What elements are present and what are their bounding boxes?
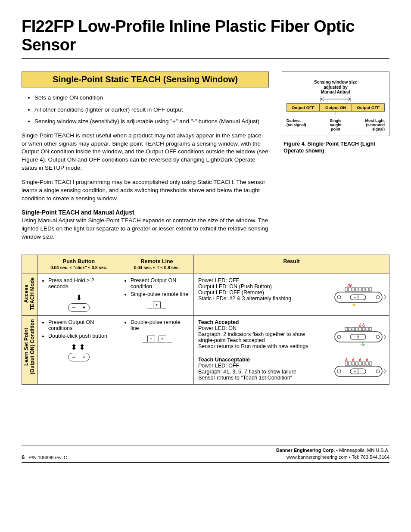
svg-rect-39 [366, 327, 368, 331]
svg-rect-56 [349, 362, 351, 365]
cell-remote-line: Double-pulse remote line [120, 316, 194, 385]
svg-line-22 [351, 284, 352, 285]
svg-rect-33 [345, 327, 348, 331]
svg-rect-62 [369, 362, 372, 365]
row-header-learn-set-point: Learn Set Point (Output ON) Condition [22, 316, 38, 385]
page-footer: 6 P/N 108899 rev. C Banner Engineering C… [22, 445, 389, 463]
figure-label-right: Most Light (saturated signal) [352, 118, 385, 132]
cell-push-button: Present Output ON conditions Double-clic… [38, 316, 120, 385]
bullet-item: Sensing window size (sensitivity) is adj… [34, 117, 269, 126]
svg-rect-61 [366, 362, 368, 365]
double-click-icon: ⬍⬍ −+ [42, 343, 115, 361]
svg-rect-40 [369, 327, 372, 331]
svg-point-45 [362, 344, 364, 345]
cell-remote-line: Present Output ON condition Single-pulse… [120, 274, 194, 316]
company-contact: www.bannerengineering.com • Tel: 763.544… [276, 454, 389, 460]
cell-result: Power LED: OFF Output LED: ON (Push Butt… [194, 274, 389, 316]
svg-rect-38 [362, 327, 365, 331]
svg-point-31 [337, 335, 341, 339]
cell-push-button: Press and Hold > 2 seconds ⬇ −+ [38, 274, 120, 316]
double-pulse-icon [125, 336, 189, 342]
figure-top-label: Sensing window size adjusted by Manual A… [286, 80, 385, 95]
section-header: Single-Point Static TEACH (Sensing Windo… [22, 72, 269, 87]
table-header-push-button: Push Button 0.04 sec. ≤ "click" ≤ 0.8 se… [38, 255, 120, 274]
page-number: 6 [22, 454, 25, 460]
company-name: Banner Engineering Corp. [276, 448, 335, 453]
table-row: Learn Set Point (Output ON) Condition Pr… [22, 316, 389, 353]
page-title: FI22FP Low-Profile Inline Plastic Fiber … [22, 17, 389, 54]
svg-point-23 [353, 304, 355, 306]
svg-point-32 [376, 335, 380, 339]
svg-point-54 [376, 370, 380, 373]
intro-bullets: Sets a single ON condition All other con… [22, 93, 269, 126]
svg-text:− +: − + [354, 335, 359, 339]
cell-result-unacceptable: Teach Unacceptable Power LED: OFF Bargra… [194, 353, 389, 385]
paragraph: Using Manual Adjust with Single-Point TE… [22, 217, 269, 241]
part-number: P/N 108899 rev. C [28, 455, 67, 460]
table-header-blank [22, 255, 38, 274]
svg-rect-9 [345, 288, 348, 291]
figure-label-center: Single taught point [319, 118, 352, 132]
press-hold-icon: ⬇ −+ [42, 294, 115, 312]
svg-point-66 [366, 359, 368, 361]
svg-point-8 [376, 296, 380, 299]
svg-rect-10 [349, 288, 351, 291]
title-rule [22, 58, 389, 59]
bullet-item: All other conditions (lighter or darker)… [34, 106, 269, 114]
svg-rect-11 [352, 288, 355, 291]
svg-rect-37 [359, 327, 361, 331]
bullet-item: Sets a single ON condition [34, 93, 269, 102]
svg-point-53 [337, 370, 341, 373]
svg-rect-35 [352, 327, 355, 331]
sensor-diagram-icon: − + [330, 357, 386, 381]
svg-rect-12 [355, 288, 358, 291]
paragraph: Single-Point TEACH is most useful when a… [22, 132, 269, 172]
svg-rect-59 [359, 362, 361, 365]
company-location: • Minneapolis, MN U.S.A. [335, 448, 389, 453]
row-header-access-teach: Access TEACH Mode [22, 274, 38, 316]
figure-segment: Output OFF [352, 103, 385, 112]
table-header-remote-line: Remote Line 0.04 sec. ≤ T ≤ 0.8 sec. [120, 255, 194, 274]
svg-point-63 [346, 359, 347, 361]
svg-point-41 [359, 325, 361, 327]
svg-rect-60 [362, 362, 365, 365]
svg-rect-13 [359, 288, 361, 291]
svg-rect-34 [349, 327, 351, 331]
teach-procedure-table: Push Button 0.04 sec. ≤ "click" ≤ 0.8 se… [22, 255, 389, 385]
figure-segment: Output OFF [286, 103, 320, 112]
table-header-result: Result [194, 255, 389, 274]
cell-result-accepted: Teach Accepted Power LED: ON Bargraph: 2… [194, 316, 389, 353]
svg-rect-16 [369, 288, 372, 291]
svg-rect-36 [355, 327, 358, 331]
svg-point-7 [337, 296, 341, 299]
subheading: Single-Point TEACH and Manual Adjust [22, 209, 269, 216]
svg-line-21 [348, 284, 349, 285]
table-row: Access TEACH Mode Press and Hold > 2 sec… [22, 274, 389, 316]
svg-rect-58 [355, 362, 358, 365]
svg-text:− +: − + [354, 369, 359, 373]
svg-rect-14 [362, 288, 365, 291]
svg-point-17 [349, 285, 351, 287]
paragraph: Single-Point TEACH programming may be ac… [22, 178, 269, 203]
svg-rect-57 [352, 362, 355, 365]
figure-caption: Figure 4. Single-Point TEACH (Light Oper… [282, 140, 389, 155]
figure-label-left: Darkest (no signal) [286, 118, 319, 132]
single-pulse-icon [125, 302, 189, 308]
svg-rect-55 [345, 362, 348, 365]
svg-point-64 [352, 359, 354, 361]
figure-segment: Output ON [320, 103, 352, 112]
sensor-diagram-icon: − + [330, 283, 386, 307]
svg-point-65 [359, 359, 361, 361]
sensor-diagram-icon: − + [330, 322, 386, 346]
svg-text:− +: − + [354, 295, 359, 299]
svg-rect-15 [366, 288, 368, 291]
svg-point-42 [363, 325, 364, 327]
figure-4-diagram: Sensing window size adjusted by Manual A… [282, 72, 389, 136]
